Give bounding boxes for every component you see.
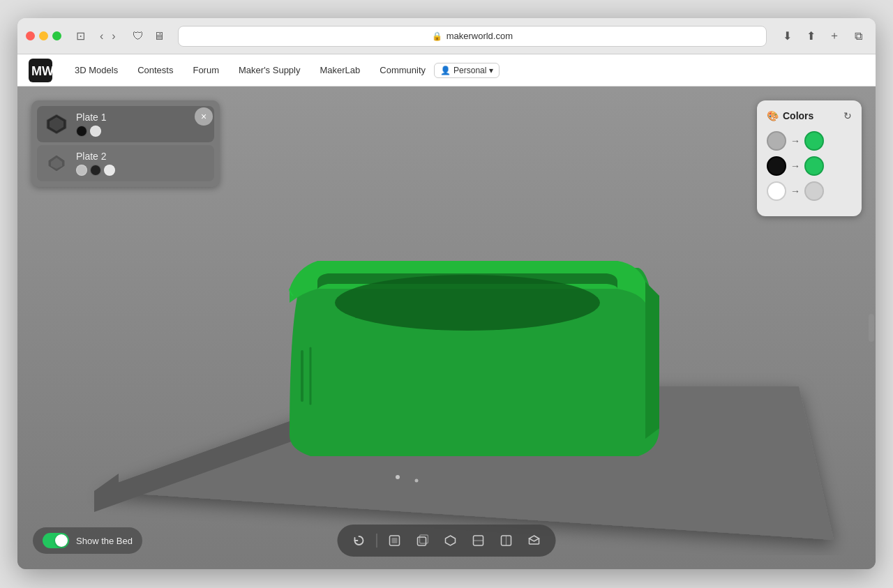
reset-view-btn[interactable]: [349, 530, 370, 551]
svg-rect-8: [418, 537, 426, 545]
nav-makers-supply[interactable]: Maker's Supply: [230, 61, 308, 80]
makerworld-logo-icon: MW: [29, 59, 52, 82]
view-bottom-icon: [472, 534, 485, 547]
colors-refresh-btn[interactable]: ↻: [843, 110, 852, 121]
plate-1-name: Plate 1: [76, 112, 207, 123]
bottom-toolbar: [338, 525, 556, 557]
view-top-btn[interactable]: [440, 530, 461, 551]
arrow-0: →: [790, 135, 800, 146]
plate-2-thumbnail: [44, 151, 69, 176]
personal-profile-btn[interactable]: 👤 Personal ▾: [434, 63, 500, 78]
to-color-2[interactable]: [804, 181, 824, 201]
close-plates-panel-btn[interactable]: ×: [195, 107, 213, 126]
view-front-icon: [389, 534, 401, 547]
svg-rect-7: [392, 538, 398, 543]
plate-1-color-0: [76, 126, 87, 137]
profile-icon: 👤: [440, 66, 451, 75]
highlight-dot: [396, 475, 400, 479]
view-left-btn[interactable]: [496, 530, 517, 551]
to-color-0[interactable]: [804, 131, 824, 151]
site-nav: MW 3D Models Contests Forum Maker's Supp…: [17, 54, 876, 86]
svg-text:MW: MW: [31, 64, 52, 78]
forward-btn[interactable]: ›: [108, 29, 119, 44]
logo-area: MW: [29, 59, 52, 82]
monitor-icon: 🖥: [151, 29, 167, 44]
download-btn[interactable]: ⬇: [778, 27, 796, 45]
to-color-1[interactable]: [804, 156, 824, 176]
tabs-btn[interactable]: ⧉: [849, 27, 867, 45]
browser-titlebar: ⊡ ‹ › 🛡 🖥 🔒 makerworld.com ⬇ ⬆ ＋ ⧉: [17, 18, 876, 54]
nav-contests[interactable]: Contests: [129, 61, 181, 80]
lock-icon: 🔒: [432, 31, 442, 41]
colors-panel-icon: 🎨: [767, 110, 779, 121]
plate-2-color-2: [104, 165, 115, 176]
plate-1-color-1: [90, 126, 101, 137]
url-text: makerworld.com: [446, 31, 513, 41]
svg-marker-10: [446, 536, 456, 545]
toggle-knob: [55, 534, 68, 547]
reset-icon: [353, 534, 366, 547]
plate-2-icon: [44, 151, 69, 176]
minimize-traffic-light[interactable]: [39, 31, 48, 40]
scroll-indicator[interactable]: [869, 314, 874, 342]
toolbar-divider: [377, 534, 377, 548]
highlight-dot-2: [415, 479, 419, 483]
show-bed-container: Show the Bed: [33, 527, 142, 554]
plate-1-item[interactable]: Plate 1: [37, 106, 214, 142]
nav-3d-models[interactable]: 3D Models: [66, 61, 126, 80]
plate-1-thumbnail: [44, 112, 69, 137]
arrow-2: →: [790, 186, 800, 197]
view-bottom-btn[interactable]: [468, 530, 489, 551]
colors-panel-header: 🎨 Colors ↻: [767, 110, 852, 121]
back-btn[interactable]: ‹: [96, 29, 107, 44]
view-right-icon: [528, 534, 541, 547]
view-back-btn[interactable]: [412, 530, 433, 551]
plate-2-info: Plate 2: [76, 151, 207, 176]
show-bed-toggle[interactable]: [43, 533, 69, 548]
plate-2-colors: [76, 165, 207, 176]
from-color-1[interactable]: [767, 156, 786, 176]
plate-2-item[interactable]: Plate 2: [37, 145, 214, 181]
plate-2-name: Plate 2: [76, 151, 207, 162]
svg-rect-9: [420, 535, 428, 543]
browser-window: ⊡ ‹ › 🛡 🖥 🔒 makerworld.com ⬇ ⬆ ＋ ⧉ MW 3D…: [17, 18, 876, 569]
address-bar[interactable]: 🔒 makerworld.com: [178, 26, 767, 47]
sidebar-toggle-btn[interactable]: ⊡: [73, 29, 88, 44]
view-top-icon: [444, 534, 457, 547]
shield-icon: 🛡: [130, 29, 146, 44]
traffic-lights: [26, 31, 61, 40]
view-back-icon: [417, 534, 429, 547]
colors-panel-title: Colors: [783, 110, 839, 121]
close-traffic-light[interactable]: [26, 31, 35, 40]
nav-forum[interactable]: Forum: [184, 61, 227, 80]
nav-links: 3D Models Contests Forum Maker's Supply …: [66, 61, 434, 80]
plates-panel: × Plate 1: [31, 100, 220, 187]
bed-corner-cut: [94, 474, 119, 491]
plate-1-info: Plate 1: [76, 112, 207, 137]
nav-makerlab[interactable]: MakerLab: [311, 61, 368, 80]
3d-viewport[interactable]: × Plate 1: [17, 86, 876, 569]
nav-arrows: ‹ ›: [96, 29, 119, 44]
view-right-btn[interactable]: [524, 530, 545, 551]
show-bed-label: Show the Bed: [76, 536, 133, 546]
color-mapping-2: →: [767, 181, 852, 201]
view-front-btn[interactable]: [384, 530, 405, 551]
color-mapping-1: →: [767, 156, 852, 176]
object-inner-hollow: [335, 275, 600, 331]
nav-community[interactable]: Community: [371, 61, 434, 80]
object-right-face: [645, 282, 659, 439]
svg-marker-15: [530, 536, 539, 541]
from-color-2[interactable]: [767, 181, 786, 201]
share-btn[interactable]: ⬆: [802, 27, 820, 45]
plate-2-color-0: [76, 165, 87, 176]
fullscreen-traffic-light[interactable]: [52, 31, 61, 40]
arrow-1: →: [790, 160, 800, 172]
view-left-icon: [500, 534, 513, 547]
browser-toolbar-right: ⬇ ⬆ ＋ ⧉: [778, 27, 867, 45]
from-color-0[interactable]: [767, 131, 786, 151]
plate-1-colors: [76, 126, 207, 137]
plate-1-icon: [44, 112, 69, 137]
new-tab-btn[interactable]: ＋: [825, 27, 843, 45]
main-viewport[interactable]: × Plate 1: [17, 86, 876, 569]
colors-panel: 🎨 Colors ↻ → →: [757, 100, 862, 216]
